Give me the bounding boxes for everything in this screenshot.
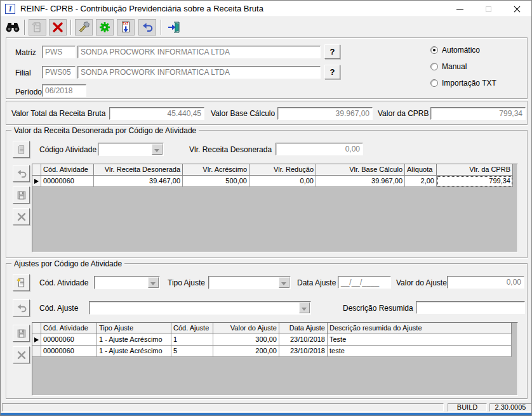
ajustes-groupbox: Ajustes por Código de Atividade Cód. Ati… [6, 263, 528, 399]
valor-ajuste-field[interactable]: 0,00 [447, 276, 524, 289]
desonerada-undo-button[interactable] [13, 165, 30, 182]
toolbar-separator [161, 20, 162, 35]
grid2-cell[interactable]: Teste [328, 334, 512, 346]
undo-button[interactable] [138, 19, 156, 36]
radio-manual-label: Manual [442, 62, 467, 71]
ajustes-grid-row[interactable]: 00000060 1 - Ajuste Acréscimo 5 200,00 2… [32, 346, 517, 357]
row-selector-header [32, 164, 41, 176]
document-icon [16, 144, 27, 155]
desonerada-save-button[interactable] [13, 186, 30, 204]
grid1-header-cell[interactable]: Vlr. Redução [249, 164, 316, 176]
grid2-cell[interactable]: 1 - Ajuste Acréscimo [97, 334, 171, 346]
new-document-icon [31, 21, 44, 34]
grid2-header-cell[interactable]: Data Ajuste [279, 323, 328, 334]
grid1-cell[interactable]: 39.967,00 [316, 176, 405, 187]
descricao-resumida-field[interactable] [416, 301, 525, 314]
grid1-header-cell[interactable]: Cód. Atividade [41, 164, 94, 176]
ajustes-title: Ajustes por Código de Atividade [11, 259, 124, 268]
filial-code-field[interactable]: PWS05 [42, 66, 76, 79]
grid2-cell[interactable]: 23/10/2018 [279, 346, 328, 357]
cod-ajuste-combo[interactable] [89, 301, 311, 315]
new-record-button[interactable] [29, 19, 46, 36]
search-button[interactable] [4, 19, 22, 36]
grid1-header-cell[interactable]: Vlr. Receita Desonerada [94, 164, 183, 176]
valor-cprb-field[interactable]: 799,34 [430, 107, 526, 120]
grid1-header-cell[interactable]: Alíquota [405, 164, 437, 176]
grid2-cell[interactable]: 200,00 [213, 346, 279, 357]
grid1-header-cell[interactable]: Vlr. Acréscimo [183, 164, 249, 176]
settings-button[interactable] [96, 19, 114, 36]
radio-manual[interactable]: Manual [430, 62, 467, 71]
grid1-header-cell[interactable]: Vlr. Base Cálculo [316, 164, 405, 176]
delete-record-button[interactable] [49, 19, 67, 36]
desonerada-edit-button[interactable] [13, 141, 30, 158]
codigo-atividade-combo[interactable] [98, 143, 164, 156]
grid2-header-cell[interactable]: Valor do Ajuste [213, 323, 279, 334]
data-ajuste-label: Data Ajuste [297, 278, 336, 287]
periodo-field[interactable]: 06/2018 [42, 84, 86, 97]
desonerada-grid-row[interactable]: 00000060 39.467,00 500,00 0,00 39.967,00… [32, 176, 517, 187]
minimize-icon [456, 9, 463, 10]
codigo-atividade-label: Código Atividade [39, 145, 96, 154]
receita-bruta-field[interactable]: 45.440,45 [109, 107, 204, 120]
periodo-label: Período [15, 88, 42, 96]
vlr-receita-desonerada-field[interactable]: 0,00 [276, 143, 363, 155]
grid2-cell[interactable]: 300,00 [213, 334, 279, 346]
grid2-header-cell[interactable]: Descrição resumida do Ajuste [328, 323, 512, 334]
matriz-name-field[interactable]: SONDA PROCWORK INFORMATICA LTDA [77, 46, 321, 58]
grid2-cell[interactable]: 1 - Ajuste Acréscimo [97, 346, 171, 357]
grid2-header-cell[interactable]: Cód. Atividade [41, 323, 97, 334]
grid1-header-cell[interactable]: Vlr. da CPRB [437, 164, 513, 176]
desonerada-delete-button[interactable] [13, 208, 30, 225]
ajustes-undo-button[interactable] [13, 299, 30, 316]
ajustes-grid-row[interactable]: 00000060 1 - Ajuste Acréscimo 1 300,00 2… [32, 334, 517, 346]
undo-arrow-icon [141, 21, 154, 34]
desonerada-title: Valor da Receita Desonerada por Código d… [11, 126, 199, 135]
ajustes-delete-button[interactable] [13, 346, 30, 363]
matriz-help-button[interactable]: ? [324, 44, 340, 59]
cod-ajuste-label: Cód. Ajuste [39, 304, 78, 313]
maximize-button[interactable] [474, 1, 503, 17]
tipo-ajuste-combo[interactable] [208, 276, 291, 289]
grid2-header-cell[interactable]: Tipo Ajuste [97, 323, 171, 334]
grid2-cell[interactable]: 23/10/2018 [279, 334, 328, 346]
chevron-down-icon [152, 144, 163, 155]
close-icon [514, 6, 521, 13]
matriz-code-field[interactable]: PWS [42, 46, 76, 58]
filial-name-field[interactable]: SONDA PROCWORK INFORMATICA LTDA [77, 66, 321, 79]
minimize-button[interactable] [446, 1, 474, 17]
ajustes-save-button[interactable] [13, 325, 30, 342]
grid2-cell[interactable]: 00000060 [41, 346, 97, 357]
app-icon: I [5, 4, 15, 14]
grid2-cell[interactable]: teste [328, 346, 512, 357]
grid1-cell[interactable]: 2,00 [405, 176, 437, 187]
ajustes-cod-atividade-combo[interactable] [94, 276, 160, 289]
grid1-cell[interactable]: 00000060 [41, 176, 94, 187]
app-window: I REINF- CPRB - Contribuição Previdenciá… [0, 0, 532, 416]
grid2-cell[interactable]: 5 [171, 346, 213, 357]
receita-bruta-label: Valor Total da Receita Bruta [11, 109, 105, 118]
tools-button[interactable] [75, 19, 93, 36]
chevron-down-icon [148, 277, 159, 288]
data-ajuste-field[interactable]: __/__/____ [338, 276, 391, 289]
base-calculo-field[interactable]: 39.967,00 [277, 107, 373, 120]
grid1-cell[interactable]: 39.467,00 [94, 176, 183, 187]
grid1-cell-focused[interactable]: 799,34 [437, 176, 513, 187]
export-txt-button[interactable]: TXT [117, 19, 135, 36]
window-title: REINF- CPRB - Contribuição Previdenciári… [20, 4, 263, 13]
radio-automatico[interactable]: Automático [430, 46, 480, 55]
radio-importacao-txt[interactable]: Importação TXT [430, 79, 496, 88]
grid2-header-cell[interactable]: Cód. Ajuste [171, 323, 213, 334]
exit-button[interactable] [165, 19, 183, 36]
grid1-cell[interactable]: 0,00 [249, 176, 316, 187]
desonerada-groupbox: Valor da Receita Desonerada por Código d… [6, 130, 528, 258]
filial-help-button[interactable]: ? [324, 65, 340, 79]
title-bar: I REINF- CPRB - Contribuição Previdenciá… [1, 1, 531, 17]
chevron-down-icon [299, 302, 310, 313]
ajustes-new-button[interactable] [13, 274, 30, 291]
grid2-cell[interactable]: 1 [171, 334, 213, 346]
close-button[interactable] [503, 1, 531, 17]
grid2-cell[interactable]: 00000060 [41, 334, 97, 346]
grid1-cell[interactable]: 500,00 [183, 176, 249, 187]
vlr-receita-desonerada-label: Vlr. Receita Desonerada [189, 145, 272, 154]
